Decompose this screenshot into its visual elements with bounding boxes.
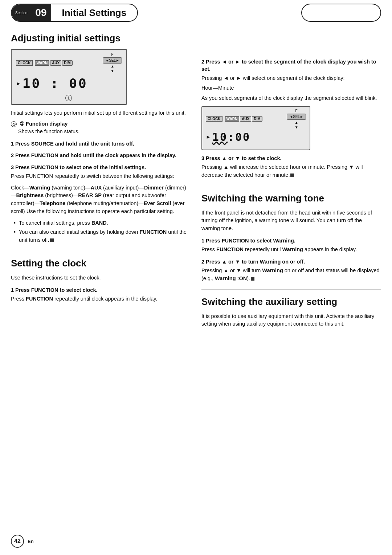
header-right-box: [301, 4, 381, 22]
arrow-down: ▼: [111, 69, 114, 73]
bullet-item-1: To cancel initial settings, press BAND.: [14, 219, 191, 227]
auxiliary-heading: Switching the auxiliary setting: [201, 296, 381, 307]
right-column: 2 Press ◄ or ► to select the segment of …: [201, 29, 381, 332]
clock-heading: Setting the clock: [11, 258, 191, 269]
section-badge: Section 09 Initial Settings: [11, 4, 138, 22]
display2-sel-btn[interactable]: ◄SEL►: [287, 114, 306, 120]
stop-symbol: [50, 238, 54, 242]
section-divider-3: [201, 289, 381, 290]
main-content: Adjusting initial settings CLOCK WARN AU…: [0, 22, 392, 339]
clock-step1-heading: 1 Press FUNCTION to select clock.: [11, 286, 191, 294]
section-divider-1: [11, 251, 191, 251]
clock-section: Setting the clock Use these instructions…: [11, 258, 191, 303]
step3-body2: Clock—Warning (warning tone)—AUX (auxili…: [11, 184, 191, 216]
warning-step1-body: Press FUNCTION repeatedly until Warning …: [201, 246, 381, 254]
func-display-block: ① ① Function display Shows the function …: [11, 121, 191, 136]
lang-label: En: [28, 539, 34, 544]
display2-tabs: CLOCK WARN AUX DIM: [206, 116, 262, 122]
warning-step1-heading: 1 Press FUNCTION to select Warning.: [201, 237, 381, 244]
display2-arrow-up: ▲: [295, 121, 298, 125]
step3-body1: Press FUNCTION repeatedly to switch betw…: [11, 172, 191, 180]
display2-warn-tab: WARN: [225, 116, 240, 122]
display2-time: 10:00: [212, 131, 250, 143]
adjusting-heading: Adjusting initial settings: [11, 33, 191, 44]
left-column: Adjusting initial settings CLOCK WARN AU…: [11, 29, 191, 332]
clock-step3-body: Pressing ▲ will increase the selected ho…: [201, 163, 381, 179]
circled-1: ①: [11, 121, 17, 127]
stop-symbol-2: [290, 174, 294, 177]
display2-arrow-down: ▼: [295, 125, 298, 129]
circle-1: 1: [65, 95, 72, 101]
arrow-up: ▲: [111, 64, 114, 68]
display2-minute: 00: [235, 131, 250, 143]
display2-aux-tab: AUX: [240, 116, 251, 122]
clock-section-right: 2 Press ◄ or ► to select the segment of …: [201, 58, 381, 179]
adjusting-section: Adjusting initial settings CLOCK WARN AU…: [11, 33, 191, 244]
display2-top-row: CLOCK WARN AUX DIM F ◄SEL► ▲ ▼: [206, 109, 306, 129]
auxiliary-section: Switching the auxiliary setting It is po…: [201, 296, 381, 328]
step1-heading: 1 Press SOURCE and hold until the unit t…: [11, 140, 191, 147]
section-divider-2: [201, 186, 381, 186]
bullet-list: To cancel initial settings, press BAND. …: [14, 219, 191, 244]
display2-f-label: F: [295, 109, 298, 113]
display-right-controls: F ◄SEL► ▲ ▼: [103, 53, 122, 73]
display2-hour: 10: [212, 131, 228, 143]
clock-step3-heading: 3 Press ▲ or ▼ to set the clock.: [201, 155, 381, 162]
clock-tab: CLOCK: [16, 60, 33, 66]
clock-step1-body: Press FUNCTION repeatedly until clock ap…: [11, 295, 191, 303]
display-tabs: CLOCK WARN AUX DIM: [16, 60, 73, 66]
step3-heading: 3 Press FUNCTION to select one of the in…: [11, 164, 191, 171]
aux-tab: AUX: [50, 60, 61, 66]
page-header: Section 09 Initial Settings: [0, 0, 392, 22]
display-box-1: CLOCK WARN AUX DIM F ◄SEL► ▲ ▼: [11, 49, 127, 105]
section-label: Section: [12, 4, 31, 21]
warning-section: Switching the warning tone If the front …: [201, 193, 381, 283]
f-label: F: [111, 53, 114, 57]
display-top-row: CLOCK WARN AUX DIM F ◄SEL► ▲ ▼: [16, 53, 122, 73]
display2-time-row: ► 10:00: [206, 131, 306, 143]
clock-intro: Use these instructions to set the clock.: [11, 274, 191, 282]
warning-step2-heading: 2 Press ▲ or ▼ to turn Warning on or off…: [201, 258, 381, 265]
blink-arrows: ↕: [206, 143, 306, 147]
display2-play-arrow: ►: [206, 134, 211, 140]
stop-symbol-3: [251, 277, 254, 281]
display2-dim-tab: DIM: [252, 116, 262, 122]
display2-clock-tab: CLOCK: [206, 116, 222, 122]
bullet-item-2: You can also cancel initial settings by …: [14, 228, 191, 244]
step2-heading: 2 Press FUNCTION and hold until the cloc…: [11, 152, 191, 159]
warn-tab: WARN: [35, 60, 50, 66]
sel-btn[interactable]: ◄SEL►: [103, 57, 122, 64]
circle-annotation: 1: [16, 94, 122, 101]
page-number: 42: [11, 535, 24, 548]
section-title-text: Initial Settings: [51, 7, 138, 19]
adjusting-intro: Initial settings lets you perform initia…: [11, 109, 191, 117]
display-time: 10 : 00: [23, 74, 88, 92]
clock-step2-body: Pressing ◄ or ► will select one segment …: [201, 74, 381, 102]
clock-step2-heading: 2 Press ◄ or ► to select the segment of …: [201, 58, 381, 73]
auxiliary-intro: It is possible to use auxiliary equipmen…: [201, 313, 381, 328]
warning-heading: Switching the warning tone: [201, 193, 381, 204]
play-arrow-right: ►: [16, 81, 21, 86]
func-display-title: ① ① Function display: [11, 121, 191, 127]
section-number: 09: [31, 4, 51, 21]
display2-right-controls: F ◄SEL► ▲ ▼: [287, 109, 306, 129]
warning-intro: If the front panel is not detached from …: [201, 209, 381, 233]
page-footer: 42 En: [11, 535, 34, 548]
warning-step2-body: Pressing ▲ or ▼ will turn Warning on or …: [201, 267, 381, 283]
func-display-desc: Shows the function status.: [11, 128, 191, 136]
display-box-2: CLOCK WARN AUX DIM F ◄SEL► ▲ ▼: [201, 106, 310, 150]
display2-colon: :: [228, 131, 235, 143]
dim-tab: DIM: [62, 60, 72, 66]
